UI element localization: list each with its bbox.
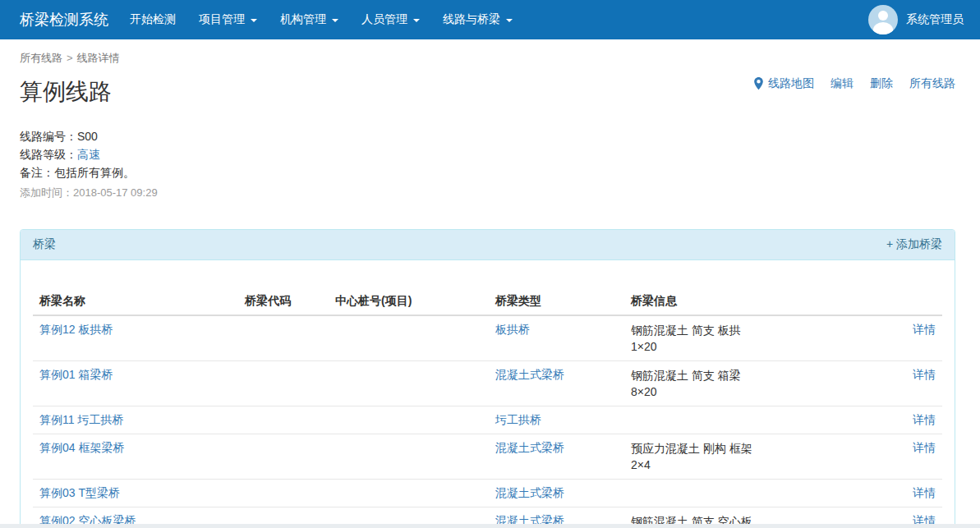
- table-row: 算例04 框架梁桥 混凝土式梁桥 预应力混凝土 刚构 框架 2×4 详情: [33, 434, 942, 480]
- bridge-name-link[interactable]: 算例03 T型梁桥: [39, 486, 120, 499]
- added-time-value: 2018-05-17 09:29: [73, 186, 158, 199]
- bridge-name-link[interactable]: 算例12 板拱桥: [39, 323, 113, 336]
- page-actions: 线路地图 编辑 删除 所有线路: [753, 76, 955, 91]
- table-row: 算例01 箱梁桥 混凝土式梁桥 钢筋混凝土 简支 箱梁 8×20 详情: [33, 361, 942, 406]
- bridge-type-link[interactable]: 混凝土式梁桥: [495, 486, 564, 499]
- bridge-type-link[interactable]: 圬工拱桥: [495, 413, 541, 426]
- center-station-cell: [329, 480, 489, 507]
- col-bridge-type: 桥梁类型: [489, 287, 624, 315]
- table-header-row: 桥梁名称 桥梁代码 中心桩号(项目) 桥梁类型 桥梁信息: [33, 287, 942, 315]
- center-station-cell: [329, 434, 489, 480]
- bridge-code-cell: [238, 315, 329, 361]
- bridges-panel-header: 桥梁 + 添加桥梁: [21, 230, 955, 260]
- detail-link[interactable]: 详情: [913, 441, 936, 454]
- bridges-panel: 桥梁 + 添加桥梁 桥梁名称 桥梁代码 中心桩号(项目) 桥梁类型 桥梁信息: [20, 229, 955, 528]
- bridge-name-link[interactable]: 算例11 圬工拱桥: [39, 413, 123, 426]
- bridge-code-cell: [238, 406, 329, 434]
- detail-link[interactable]: 详情: [913, 486, 936, 499]
- add-bridge-link[interactable]: + 添加桥梁: [886, 237, 942, 252]
- col-center-station: 中心桩号(项目): [329, 287, 489, 315]
- user-menu[interactable]: 系统管理员: [868, 5, 964, 34]
- breadcrumb-all-lines[interactable]: 所有线路: [20, 52, 62, 64]
- username: 系统管理员: [906, 12, 964, 27]
- chevron-down-icon: [251, 19, 257, 22]
- detail-link[interactable]: 详情: [913, 323, 936, 336]
- line-details: 线路编号：S00 线路等级：高速 备注：包括所有算例。 添加时间：2018-05…: [20, 127, 955, 202]
- nav-item-personnel-management[interactable]: 人员管理: [350, 0, 431, 39]
- table-row: 算例11 圬工拱桥 圬工拱桥 详情: [33, 406, 942, 434]
- breadcrumb-current: 线路详情: [77, 52, 120, 64]
- col-bridge-info: 桥梁信息: [624, 287, 871, 315]
- edit-link[interactable]: 编辑: [830, 76, 853, 91]
- center-station-cell: [329, 361, 489, 406]
- bridge-name-link[interactable]: 算例04 框架梁桥: [39, 441, 124, 454]
- chevron-down-icon: [506, 19, 513, 22]
- breadcrumb: 所有线路>线路详情: [20, 51, 955, 66]
- col-bridge-code: 桥梁代码: [238, 287, 329, 315]
- line-grade-row: 线路等级：高速: [20, 145, 955, 163]
- bridge-type-link[interactable]: 混凝土式梁桥: [495, 441, 564, 454]
- bridge-type-link[interactable]: 混凝土式梁桥: [495, 368, 564, 381]
- col-bridge-name: 桥梁名称: [33, 287, 238, 315]
- app-brand[interactable]: 桥梁检测系统: [20, 10, 108, 30]
- nav-item-start-inspection[interactable]: 开始检测: [118, 0, 187, 39]
- center-station-cell: [329, 406, 489, 434]
- nav-item-project-management[interactable]: 项目管理: [187, 0, 269, 39]
- center-station-cell: [329, 315, 489, 361]
- bridge-info-cell: [624, 406, 871, 434]
- nav-item-organization-management[interactable]: 机构管理: [269, 0, 350, 39]
- main-content: 所有线路>线路详情 线路地图 编辑 删除 所有线路 算例线路 线路编号：S00 …: [0, 51, 980, 528]
- top-navbar: 桥梁检测系统 开始检测 项目管理 机构管理 人员管理 线路与桥梁 系统管理员: [0, 0, 980, 39]
- bridge-info-cell: 钢筋混凝土 简支 箱梁 8×20: [624, 361, 871, 406]
- bridge-info-cell: 预应力混凝土 刚构 框架 2×4: [624, 434, 871, 480]
- detail-link[interactable]: 详情: [913, 413, 936, 426]
- added-time-row: 添加时间：2018-05-17 09:29: [20, 184, 955, 202]
- remark-row: 备注：包括所有算例。: [20, 163, 955, 181]
- bridges-table: 桥梁名称 桥梁代码 中心桩号(项目) 桥梁类型 桥梁信息 算例12 板拱桥 板拱…: [33, 287, 942, 528]
- line-grade-label: 线路等级：: [20, 148, 77, 161]
- panel-title: 桥梁: [33, 237, 56, 252]
- nav-item-label: 线路与桥梁: [443, 12, 500, 27]
- delete-link[interactable]: 删除: [870, 76, 893, 91]
- line-map-link[interactable]: 线路地图: [753, 76, 814, 91]
- chevron-down-icon: [413, 19, 420, 22]
- remark-label: 备注：: [20, 166, 54, 179]
- nav-item-label: 人员管理: [361, 12, 407, 27]
- line-number-value: S00: [77, 130, 98, 143]
- bridge-info-cell: 钢筋混凝土 简支 板拱 1×20: [624, 315, 871, 361]
- remark-value: 包括所有算例。: [54, 166, 135, 179]
- line-number-row: 线路编号：S00: [20, 127, 955, 145]
- line-grade-link[interactable]: 高速: [77, 148, 100, 161]
- table-row: 算例12 板拱桥 板拱桥 钢筋混凝土 简支 板拱 1×20 详情: [33, 315, 942, 361]
- chevron-down-icon: [332, 19, 338, 22]
- bridge-code-cell: [238, 480, 329, 507]
- table-row: 算例03 T型梁桥 混凝土式梁桥 详情: [33, 480, 942, 507]
- nav-item-label: 开始检测: [130, 12, 176, 27]
- bridge-code-cell: [238, 434, 329, 480]
- bridge-code-cell: [238, 361, 329, 406]
- bridges-panel-body: 桥梁名称 桥梁代码 中心桩号(项目) 桥梁类型 桥梁信息 算例12 板拱桥 板拱…: [21, 260, 955, 528]
- breadcrumb-separator: >: [67, 52, 73, 64]
- bridge-info-cell: [624, 480, 871, 507]
- map-pin-icon: [753, 77, 764, 90]
- nav-item-lines-and-bridges[interactable]: 线路与桥梁: [431, 0, 524, 39]
- nav-item-label: 机构管理: [280, 12, 326, 27]
- bridge-type-link[interactable]: 板拱桥: [495, 323, 530, 336]
- detail-link[interactable]: 详情: [913, 368, 936, 381]
- added-time-label: 添加时间：: [20, 186, 73, 199]
- bridge-name-link[interactable]: 算例01 箱梁桥: [39, 368, 113, 381]
- nav-item-label: 项目管理: [199, 12, 245, 27]
- user-avatar-icon: [868, 5, 898, 34]
- col-detail: [871, 287, 942, 315]
- horizontal-scrollbar[interactable]: [0, 524, 980, 528]
- all-lines-link[interactable]: 所有线路: [909, 76, 955, 91]
- line-number-label: 线路编号：: [20, 130, 77, 143]
